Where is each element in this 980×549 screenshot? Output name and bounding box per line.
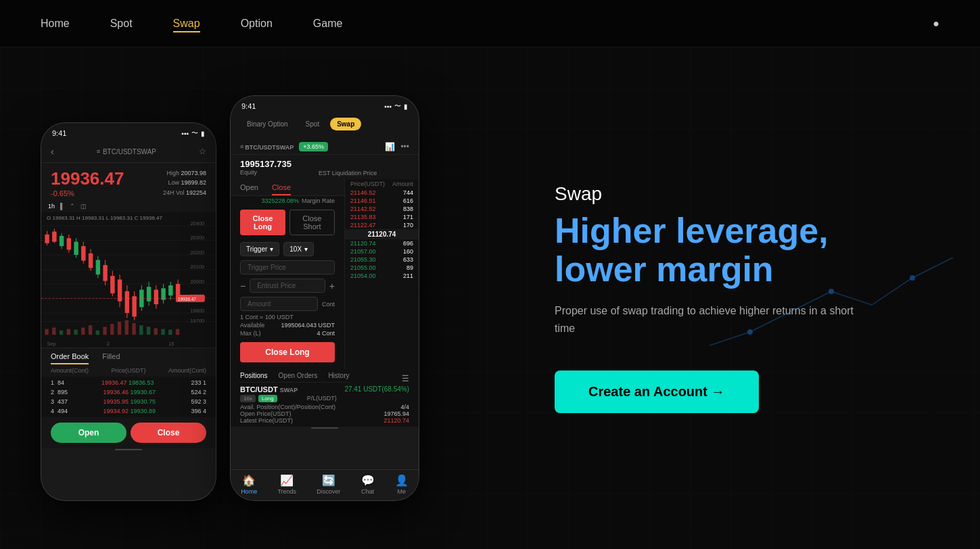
tab-binary[interactable]: Binary Option: [240, 118, 295, 130]
margin-rate-label: Margin Rate: [302, 197, 335, 204]
svg-rect-45: [147, 287, 151, 302]
trigger-select[interactable]: Trigger▾: [240, 242, 279, 256]
create-account-button[interactable]: Create an Account →: [555, 371, 759, 413]
action-tab-close[interactable]: Close: [272, 183, 291, 195]
svg-rect-75: [176, 329, 179, 335]
nav-swap[interactable]: Swap: [173, 18, 200, 30]
bottom-nav: 🏠 Home 📈 Trends 🔄 Discover 💬 Chat 👤: [231, 469, 419, 500]
nav-home[interactable]: 🏠 Home: [241, 474, 257, 495]
signal-icon: ▪▪▪: [181, 130, 189, 137]
wifi-icon: 〜: [191, 128, 198, 138]
available-label: Available: [240, 322, 264, 329]
ob-red-5: 21122.47170: [345, 221, 419, 229]
phone-left: 9:41 ▪▪▪ 〜 ▮ ‹ ≡ BTC/USDTSWAP ☆: [41, 122, 216, 501]
nav-chat[interactable]: 💬 Chat: [361, 474, 375, 495]
hero-swap-label: Swap: [555, 183, 899, 205]
tab-spot[interactable]: Spot: [299, 118, 327, 130]
svg-rect-21: [60, 236, 64, 246]
btn-close-long-big[interactable]: Close Long: [240, 342, 335, 362]
ob-price-col: Price(USDT): [350, 181, 385, 187]
svg-rect-70: [139, 325, 143, 335]
open-button[interactable]: Open: [51, 423, 126, 443]
nav-me[interactable]: 👤 Me: [395, 474, 409, 495]
avail-val: 4/4: [400, 404, 409, 410]
svg-rect-66: [110, 324, 114, 335]
tab-swap[interactable]: Swap: [330, 118, 361, 130]
chat-label: Chat: [361, 488, 374, 495]
svg-text:20400: 20400: [190, 220, 204, 226]
order-book-header: Amount(Cont) Price(USDT) Amount(Cont): [41, 364, 216, 377]
amount-row: Amount Cont: [240, 297, 335, 311]
btn-close-short[interactable]: Close Short: [289, 210, 335, 235]
svg-rect-69: [132, 323, 135, 335]
tab-filled[interactable]: Filled: [102, 352, 120, 364]
nav-discover[interactable]: 🔄 Discover: [317, 474, 340, 495]
left-time-tabs: 1h ▌ ⌃ ◫: [41, 200, 216, 212]
position-row-header: BTC/USDT SWAP 27.41 USDT(68.54%): [240, 385, 409, 393]
nav-spot[interactable]: Spot: [110, 18, 133, 30]
ob-red-3: 21142.52838: [345, 205, 419, 213]
entrust-price-input[interactable]: Entrust Price: [250, 279, 325, 293]
order-row-2: 2 895 19936.46 19930.67 524 2: [51, 387, 206, 397]
nav-right-icon[interactable]: ●: [933, 18, 939, 30]
r-wifi-icon: 〜: [394, 101, 401, 111]
lev-badge: 10x: [240, 395, 256, 402]
trends-icon: 📈: [280, 474, 294, 487]
pair-badge: +3.65%: [299, 142, 328, 151]
available-val: 1995064.043 USDT: [281, 322, 335, 329]
svg-rect-41: [132, 296, 136, 316]
left-big-price: 19936.47: [51, 168, 124, 189]
nav-home[interactable]: Home: [41, 18, 70, 30]
position-item: BTC/USDT SWAP 27.41 USDT(68.54%) 10x Lon…: [240, 385, 409, 424]
more-icon[interactable]: •••: [400, 142, 409, 151]
back-icon[interactable]: ‹: [51, 146, 54, 157]
position-row-price: Open Price(USDT) 19765.94: [240, 410, 409, 417]
nav-game[interactable]: Game: [313, 18, 343, 30]
close-button[interactable]: Close: [131, 423, 206, 443]
nav-option[interactable]: Option: [241, 18, 273, 30]
svg-rect-73: [161, 329, 164, 335]
equity-label: Equity: [240, 169, 291, 176]
entrust-row: − Entrust Price +: [240, 279, 335, 293]
latest-val: 21120.74: [383, 417, 409, 424]
minus-btn[interactable]: −: [240, 281, 246, 291]
me-icon: 👤: [395, 474, 409, 487]
svg-rect-25: [74, 242, 78, 255]
tab-area[interactable]: ◫: [80, 203, 87, 210]
available-row: Available 1995064.043 USDT: [240, 322, 335, 329]
max-val: 4 Cont: [317, 330, 335, 337]
nav-trends[interactable]: 📈 Trends: [277, 474, 296, 495]
pos-pair: BTC/USDT SWAP: [240, 385, 298, 393]
list-icon[interactable]: ☰: [402, 374, 409, 383]
star-icon[interactable]: ☆: [199, 147, 206, 156]
phone-right: 9:41 ▪▪▪ 〜 ▮ Binary Option Spot Swap ≡: [230, 95, 419, 501]
svg-rect-57: [45, 329, 48, 335]
btn-close-long[interactable]: Close Long: [240, 210, 285, 235]
right-status-bar: 9:41 ▪▪▪ 〜 ▮: [231, 96, 419, 114]
positions-tab[interactable]: Positions: [240, 372, 268, 379]
chart-icon[interactable]: 📊: [385, 142, 395, 151]
trigger-price-row: Trigger Price: [240, 260, 335, 274]
ob-green-2: 21057.00160: [345, 247, 419, 256]
order-rows: 1 84 19936.47 19836.53 233 1 2 895 19936…: [41, 377, 216, 417]
left-price-section: 19936.47 -0.65% High 20073.98 Low 19899.…: [41, 163, 216, 200]
svg-rect-67: [118, 322, 121, 335]
tab-line[interactable]: ⌃: [70, 203, 75, 210]
tab-bar[interactable]: ▌: [60, 203, 64, 210]
tab-order-book[interactable]: Order Book: [51, 352, 89, 364]
me-label: Me: [398, 488, 406, 495]
action-tab-open[interactable]: Open: [240, 183, 258, 195]
history-tab[interactable]: History: [328, 372, 349, 379]
open-orders-tab[interactable]: Open Orders: [279, 372, 318, 379]
svg-point-80: [829, 289, 834, 294]
plus-btn[interactable]: +: [329, 281, 335, 291]
amount-input[interactable]: Amount: [240, 297, 318, 311]
discover-label: Discover: [317, 488, 340, 495]
svg-rect-62: [81, 328, 85, 335]
ob-green-4: 21055.0089: [345, 264, 419, 272]
leverage-select[interactable]: 10X▾: [283, 242, 314, 256]
tab-1h[interactable]: 1h: [48, 203, 55, 210]
trigger-price-input[interactable]: Trigger Price: [240, 260, 335, 274]
col-amount-1: Amount(Cont): [51, 367, 89, 374]
home-label: Home: [241, 488, 257, 495]
